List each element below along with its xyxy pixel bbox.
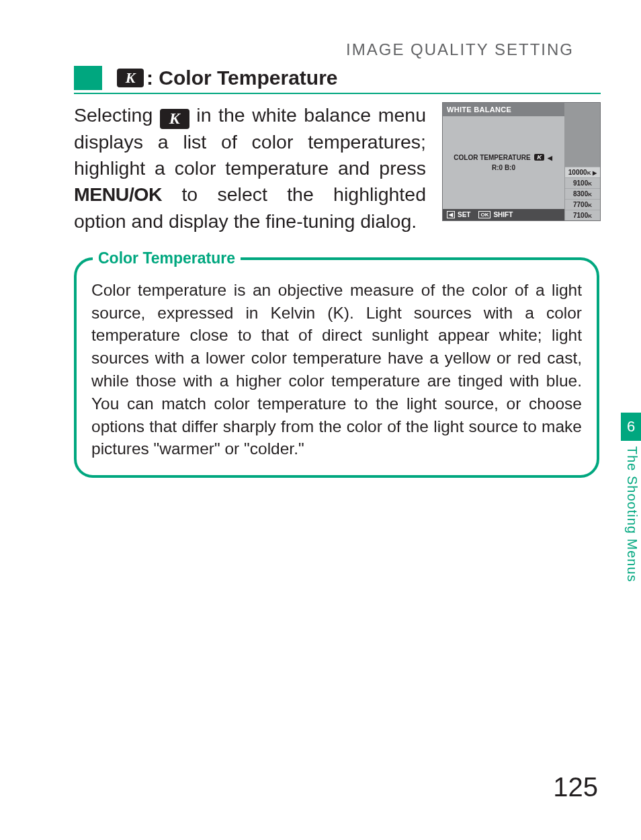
chapter-tab: 6 [621, 413, 641, 441]
info-box: Color Temperature Color temperature is a… [74, 257, 599, 478]
breadcrumb: IMAGE QUALITY SETTING [74, 40, 601, 59]
kelvin-icon: K [160, 109, 189, 129]
lcd-footer: ◀SET OKSHIFT [443, 209, 564, 220]
temp-option: 9100K [565, 177, 600, 188]
temp-option: 7100K [565, 210, 600, 220]
chapter-label: The Shooting Menus [621, 446, 640, 648]
camera-lcd-illustration: WHITE BALANCE COLOR TEMPERATURE K ◀ R:0 … [442, 102, 601, 221]
lcd-shift-row: R:0 B:0 [443, 163, 564, 173]
lcd-color-temp-row: COLOR TEMPERATURE K ◀ [443, 153, 564, 163]
back-icon: ◀ [447, 211, 455, 218]
temp-option: 10000K ▶ [565, 167, 600, 177]
arrow-left-icon: ◀ [546, 155, 554, 161]
ok-icon: OK [478, 211, 490, 218]
section-title: : Color Temperature [146, 67, 338, 89]
info-box-text: Color temperature is an objective measur… [91, 279, 582, 460]
kelvin-icon: K [534, 154, 544, 161]
section-marker-icon [74, 66, 102, 90]
arrow-right-icon: ▶ [593, 170, 597, 176]
info-box-title: Color Temperature [93, 249, 241, 267]
lcd-title: WHITE BALANCE [443, 103, 564, 116]
menu-ok-label: MENU/OK [74, 183, 162, 205]
main-paragraph: Selecting K in the white balance menu di… [74, 102, 426, 235]
page-number: 125 [553, 772, 598, 802]
temp-option: 7700K [565, 199, 600, 210]
section-heading: K : Color Temperature [74, 66, 601, 94]
kelvin-icon: K [117, 69, 144, 87]
temp-option: 8300K [565, 188, 600, 199]
